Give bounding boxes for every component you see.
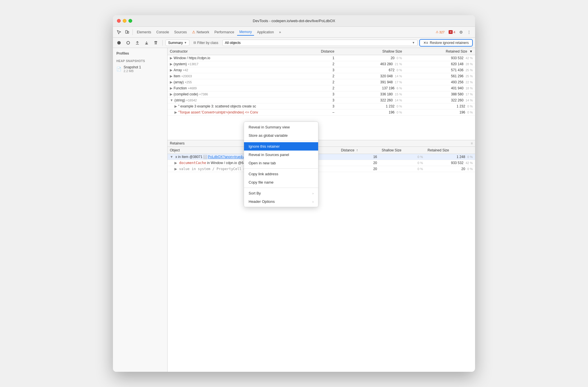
- heap-snapshots-label: HEAP SNAPSHOTS: [113, 58, 167, 64]
- traffic-lights: [117, 19, 132, 23]
- svg-rect-1: [128, 31, 129, 33]
- clipboard-icon: □: [203, 155, 207, 159]
- table-row[interactable]: ▶Function ×4689 2 137 196 6 % 401 940 18…: [168, 85, 475, 91]
- expand-icon[interactable]: ▶: [174, 104, 177, 108]
- chevron-down-icon: ▼: [184, 41, 187, 44]
- menu-reveal-sources[interactable]: Reveal in Sources panel: [244, 151, 318, 159]
- tab-network[interactable]: ⚠ Network: [190, 29, 212, 35]
- upload-button[interactable]: [134, 39, 141, 47]
- expand-icon[interactable]: ▶: [170, 62, 172, 66]
- error-icon: ✕: [449, 30, 453, 34]
- filter-icon: ⊟: [193, 41, 196, 45]
- download-button[interactable]: [143, 39, 150, 47]
- expand-icon[interactable]: ▶: [170, 56, 172, 60]
- expand-icon[interactable]: ▶: [170, 68, 172, 72]
- more-options-button[interactable]: ⋮: [465, 29, 473, 36]
- content-area: Constructor Distance Shallow Size Retain…: [168, 48, 475, 372]
- restore-retainers-button[interactable]: ✕≡ Restore ignored retainers: [419, 39, 473, 47]
- class-dropdown[interactable]: All objects ▼: [222, 40, 418, 46]
- table-row[interactable]: ▶Window / https://cdpn.io 1 20 0 % 933 5…: [168, 55, 475, 61]
- tab-application[interactable]: Application: [255, 29, 276, 35]
- th-ret-distance: Distance ↑: [339, 147, 379, 154]
- context-menu: Reveal in Summary view Store as global v…: [244, 122, 318, 207]
- restore-label: Restore ignored retainers: [430, 41, 469, 45]
- heap-table: Constructor Distance Shallow Size Retain…: [168, 48, 475, 115]
- menu-copy-link[interactable]: Copy link address: [244, 170, 318, 178]
- table-row[interactable]: ▶ documentCache in Window / cdpn.io @647…: [168, 160, 475, 166]
- table-row[interactable]: ▶"Torque assert 'Convert<uintptr>(endInd…: [168, 109, 475, 115]
- collapse-icon[interactable]: ▼: [170, 155, 173, 159]
- expand-icon[interactable]: ▶: [170, 80, 172, 84]
- expand-icon[interactable]: ▶: [174, 110, 177, 114]
- table-row[interactable]: ▶(compiled code) ×7386 3 336 180 15 % 38…: [168, 91, 475, 97]
- warning-count: 327: [439, 30, 445, 34]
- table-row[interactable]: ▶Item ×20003 2 320 048 14 % 561 296 25 %: [168, 73, 475, 79]
- inspect-icon[interactable]: [115, 28, 123, 36]
- expand-icon[interactable]: ▶: [170, 86, 172, 90]
- retainers-title: Retainers: [170, 141, 185, 145]
- settings-button[interactable]: ⚙: [458, 29, 465, 36]
- tab-memory[interactable]: Memory: [237, 29, 254, 36]
- devtools-window: DevTools - codepen.io/web-dot-dev/live/P…: [113, 15, 475, 372]
- expand-icon[interactable]: ▶: [174, 161, 177, 165]
- window-title: DevTools - codepen.io/web-dot-dev/live/P…: [253, 19, 335, 23]
- tab-console[interactable]: Console: [154, 29, 171, 35]
- tab-sources[interactable]: Sources: [172, 29, 189, 35]
- divider2: [162, 40, 163, 46]
- title-bar: DevTools - codepen.io/web-dot-dev/live/P…: [113, 15, 475, 27]
- expand-icon[interactable]: ▶: [170, 92, 172, 96]
- sidebar: Profiles HEAP SNAPSHOTS 📄 Snapshot 1 2.2…: [113, 48, 168, 372]
- error-badge: ✕ 4: [447, 30, 457, 34]
- clear-button[interactable]: [152, 39, 160, 47]
- stop-button[interactable]: [124, 39, 132, 47]
- th-ret-retained: Retained Size: [425, 147, 475, 154]
- menu-sort-by[interactable]: Sort By ›: [244, 189, 318, 197]
- table-row[interactable]: ▼(string) ×16542 3 322 260 14 % 322 260 …: [168, 97, 475, 103]
- menu-store-global[interactable]: Store as global variable: [244, 131, 318, 140]
- record-button[interactable]: [115, 39, 123, 47]
- sort-asc-icon: ↑: [356, 148, 358, 152]
- th-retained-size: Retained Size ▼: [404, 48, 475, 55]
- sort-desc-icon: ▼: [469, 49, 473, 53]
- close-button[interactable]: [117, 19, 121, 23]
- tab-elements[interactable]: Elements: [134, 29, 153, 35]
- table-row[interactable]: ▶" example 3 example 3: scattered object…: [168, 103, 475, 109]
- tab-performance[interactable]: Performance: [212, 29, 237, 35]
- th-distance: Distance: [306, 48, 337, 55]
- summary-label: Summary: [168, 41, 183, 45]
- table-row[interactable]: ▶Array ×42 3 672 0 % 571 436 25 %: [168, 67, 475, 73]
- retainer-link[interactable]: PoLdbOX?anon=true&v: [208, 155, 244, 159]
- table-row[interactable]: ▶(system) ×13817 2 463 280 21 % 620 148 …: [168, 61, 475, 67]
- collapse-icon[interactable]: ▼: [170, 98, 173, 102]
- menu-ignore-retainer[interactable]: Ignore this retainer: [244, 142, 318, 151]
- table-row[interactable]: ▶ value in system / PropertyCell @40163 …: [168, 166, 475, 172]
- snapshot-size: 2.2 MB: [124, 69, 141, 73]
- menu-open-tab[interactable]: Open in new tab: [244, 159, 318, 167]
- expand-icon[interactable]: ▶: [170, 74, 172, 78]
- minimize-button[interactable]: [123, 19, 126, 23]
- scroll-icon: ≡: [471, 141, 473, 145]
- retainers-header: Retainers ≡: [168, 140, 475, 147]
- menu-separator: [244, 141, 318, 141]
- table-row[interactable]: ▼ x in Item @38071 □ PoLdbOX?anon=true&v…: [168, 154, 475, 160]
- table-row[interactable]: ▶(array) ×255 2 391 948 17 % 493 256 22 …: [168, 79, 475, 85]
- sidebar-title: Profiles: [113, 51, 167, 58]
- summary-dropdown[interactable]: Summary ▼: [166, 40, 189, 46]
- menu-header-options[interactable]: Header Options ›: [244, 197, 318, 206]
- snapshot-1-item[interactable]: 📄 Snapshot 1 2.2 MB: [113, 64, 167, 74]
- menu-reveal-summary[interactable]: Reveal in Summary view: [244, 123, 318, 131]
- network-warning-icon: ⚠: [192, 30, 195, 34]
- svg-rect-0: [126, 30, 127, 33]
- device-mode-icon[interactable]: [123, 28, 131, 36]
- menu-separator2: [244, 168, 318, 169]
- maximize-button[interactable]: [128, 19, 132, 23]
- heap-table-container[interactable]: Constructor Distance Shallow Size Retain…: [168, 48, 475, 140]
- more-tabs-button[interactable]: »: [277, 29, 283, 35]
- snapshot-icon: 📄: [116, 67, 121, 71]
- menu-separator3: [244, 188, 318, 188]
- menu-copy-filename[interactable]: Copy file name: [244, 178, 318, 186]
- retainers-container[interactable]: Object Distance ↑ Shallow Size Retained …: [168, 147, 475, 372]
- filter-button[interactable]: ⊟ Filter by class: [191, 40, 220, 46]
- expand-icon[interactable]: ▶: [174, 167, 177, 171]
- memory-toolbar: Summary ▼ ⊟ Filter by class All objects …: [113, 38, 475, 48]
